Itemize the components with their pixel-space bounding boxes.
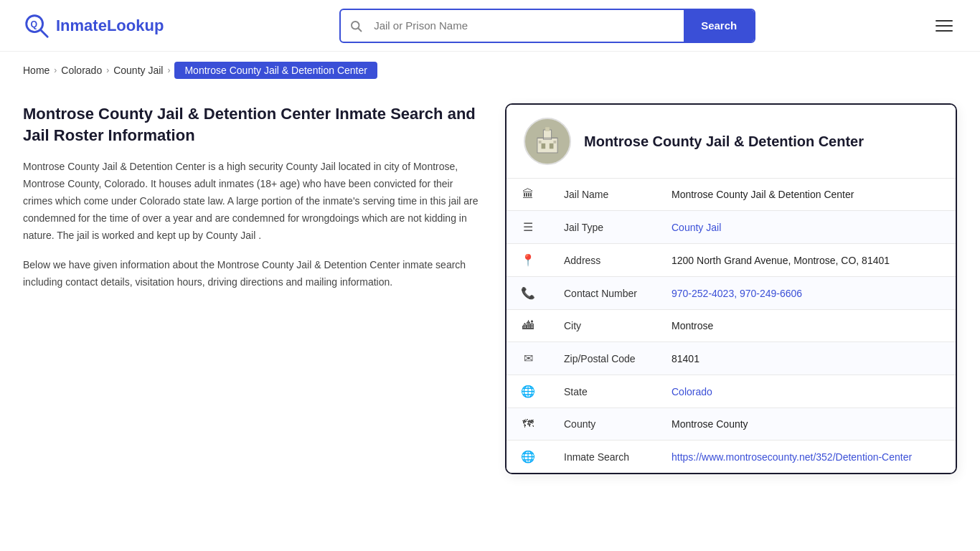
search-input[interactable]: [371, 12, 684, 39]
description-1: Montrose County Jail & Detention Center …: [23, 159, 482, 244]
row-value: Montrose: [657, 310, 956, 342]
search-button[interactable]: Search: [684, 10, 754, 42]
row-link[interactable]: https://www.montrosecounty.net/352/Deten…: [672, 451, 912, 463]
breadcrumb-home[interactable]: Home: [23, 65, 50, 76]
table-row: 🗺CountyMontrose County: [507, 408, 956, 441]
card-title: Montrose County Jail & Detention Center: [584, 133, 864, 150]
table-row: 🌐StateColorado: [507, 375, 956, 408]
row-icon: 🏛: [507, 179, 550, 211]
info-card: Montrose County Jail & Detention Center …: [505, 103, 957, 474]
svg-line-4: [359, 28, 362, 31]
table-row: 📍Address1200 North Grand Avenue, Montros…: [507, 244, 956, 277]
building-image: [525, 119, 570, 164]
table-row: 📞Contact Number970-252-4023, 970-249-660…: [507, 277, 956, 310]
breadcrumb: Home › Colorado › County Jail › Montrose…: [0, 52, 980, 89]
row-label: Contact Number: [550, 277, 657, 310]
svg-rect-12: [539, 141, 542, 143]
row-value[interactable]: Colorado: [657, 375, 956, 408]
breadcrumb-type[interactable]: County Jail: [113, 65, 163, 76]
right-column: Montrose County Jail & Detention Center …: [505, 103, 957, 474]
svg-point-3: [352, 22, 359, 29]
svg-rect-7: [542, 143, 546, 149]
table-row: 🌐Inmate Searchhttps://www.montrosecounty…: [507, 441, 956, 474]
info-table: 🏛Jail NameMontrose County Jail & Detenti…: [507, 179, 956, 473]
page-title: Montrose County Jail & Detention Center …: [23, 103, 482, 146]
menu-button[interactable]: [931, 16, 957, 36]
row-icon: 🗺: [507, 408, 550, 441]
row-value: 81401: [657, 342, 956, 375]
avatar: [524, 118, 571, 165]
row-icon: 📞: [507, 277, 550, 310]
row-icon: 🌐: [507, 375, 550, 408]
svg-rect-11: [545, 127, 550, 131]
row-label: State: [550, 375, 657, 408]
row-label: Jail Type: [550, 211, 657, 244]
table-row: 🏛Jail NameMontrose County Jail & Detenti…: [507, 179, 956, 211]
row-label: Jail Name: [550, 179, 657, 211]
logo-text: InmateLookup: [56, 17, 164, 35]
row-link[interactable]: Colorado: [672, 386, 712, 397]
row-icon: 🌐: [507, 441, 550, 474]
breadcrumb-state[interactable]: Colorado: [61, 65, 102, 76]
logo-icon: Q: [23, 12, 50, 39]
row-link[interactable]: County Jail: [672, 222, 721, 233]
row-label: Inmate Search: [550, 441, 657, 474]
row-value[interactable]: https://www.montrosecounty.net/352/Deten…: [657, 441, 956, 474]
search-icon: [341, 19, 371, 32]
description-2: Below we have given information about th…: [23, 257, 482, 291]
svg-text:Q: Q: [30, 19, 37, 29]
svg-line-1: [41, 29, 47, 37]
breadcrumb-sep-3: ›: [167, 65, 170, 75]
row-icon: ✉: [507, 342, 550, 375]
header: Q InmateLookup Search: [0, 0, 980, 52]
row-link[interactable]: 970-252-4023, 970-249-6606: [672, 288, 802, 299]
card-header: Montrose County Jail & Detention Center: [507, 105, 956, 179]
row-label: Zip/Postal Code: [550, 342, 657, 375]
logo[interactable]: Q InmateLookup: [23, 12, 164, 39]
row-value: 1200 North Grand Avenue, Montrose, CO, 8…: [657, 244, 956, 277]
breadcrumb-sep-2: ›: [106, 65, 109, 75]
row-value: Montrose County: [657, 408, 956, 441]
row-label: County: [550, 408, 657, 441]
table-row: 🏙CityMontrose: [507, 310, 956, 342]
row-label: City: [550, 310, 657, 342]
row-label: Address: [550, 244, 657, 277]
row-value: Montrose County Jail & Detention Center: [657, 179, 956, 211]
row-icon: 📍: [507, 244, 550, 277]
breadcrumb-current: Montrose County Jail & Detention Center: [174, 62, 377, 79]
main-content: Montrose County Jail & Detention Center …: [0, 89, 980, 503]
table-row: ✉Zip/Postal Code81401: [507, 342, 956, 375]
breadcrumb-sep-1: ›: [54, 65, 57, 75]
svg-rect-6: [537, 138, 557, 153]
row-value[interactable]: 970-252-4023, 970-249-6606: [657, 277, 956, 310]
left-column: Montrose County Jail & Detention Center …: [23, 103, 482, 304]
search-bar: Search: [339, 9, 755, 43]
svg-rect-13: [553, 141, 556, 143]
svg-rect-8: [550, 143, 554, 149]
row-icon: ☰: [507, 211, 550, 244]
table-row: ☰Jail TypeCounty Jail: [507, 211, 956, 244]
row-icon: 🏙: [507, 310, 550, 342]
row-value[interactable]: County Jail: [657, 211, 956, 244]
